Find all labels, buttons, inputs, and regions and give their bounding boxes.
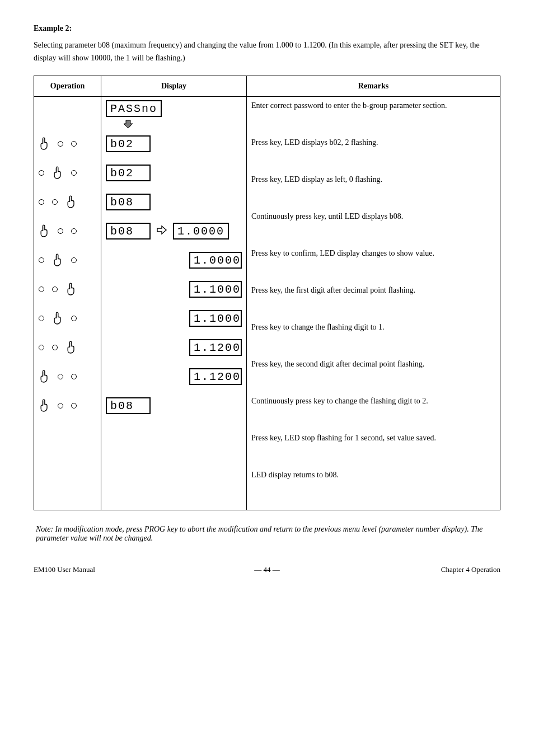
remark-text: Press key, LED stop flashing for 1 secon… xyxy=(251,433,495,462)
lcd-display: 1.0000 xyxy=(173,223,229,240)
lcd-display: b08 xyxy=(106,397,151,414)
press-hand-icon xyxy=(39,137,50,151)
key-dot xyxy=(39,257,44,263)
key-dot xyxy=(39,287,44,292)
press-hand-icon xyxy=(39,370,50,383)
operation-keys xyxy=(39,398,77,414)
footer-right: Chapter 4 Operation xyxy=(323,565,500,574)
key-dot xyxy=(71,228,77,234)
cell-operation xyxy=(34,97,101,510)
lcd-display: b08 xyxy=(106,223,151,240)
remark-text: Continuously press key, until LED displa… xyxy=(251,211,495,240)
remark-text: LED display returns to b08. xyxy=(251,469,495,499)
operation-keys xyxy=(39,252,77,268)
lcd-display: 1.1200 xyxy=(189,339,242,356)
key-dot xyxy=(39,199,44,205)
remark-text: Press key, the second digit after decima… xyxy=(251,359,495,388)
operation-keys xyxy=(39,311,77,326)
key-dot xyxy=(52,287,58,292)
arrow-right-icon xyxy=(156,225,167,237)
page-footer: EM100 User Manual — 44 — Chapter 4 Opera… xyxy=(34,565,500,574)
operation-keys xyxy=(39,340,77,355)
remark-text: Press key to confirm, LED display change… xyxy=(251,248,495,277)
arrow-down-icon xyxy=(123,119,242,129)
lcd-display: b08 xyxy=(106,194,151,210)
example-text: Selecting parameter b08 (maximum frequen… xyxy=(34,39,500,64)
remark-text: Press key to change the flashing digit t… xyxy=(251,322,495,351)
col-header-remarks: Remarks xyxy=(247,76,500,97)
press-hand-icon xyxy=(65,283,77,296)
example-lead: Example 2: Selecting parameter b08 (maxi… xyxy=(34,22,500,64)
remark-text: Continuously press key to change the fla… xyxy=(251,396,495,425)
footer-page-number: — 44 — xyxy=(221,565,314,574)
lcd-display: b02 xyxy=(106,165,151,181)
remark-text: Press key, the first digit after decimal… xyxy=(251,285,495,314)
lcd-display: 1.1200 xyxy=(189,368,242,385)
key-dot xyxy=(58,141,63,147)
press-hand-icon xyxy=(65,195,77,209)
cell-remarks: Enter correct password to enter the b-gr… xyxy=(247,97,500,510)
press-hand-icon xyxy=(39,399,50,412)
lcd-display: 1.1000 xyxy=(189,281,242,298)
table-row: PASSnob02b02b08b081.00001.00001.10001.10… xyxy=(34,97,500,510)
press-hand-icon xyxy=(52,253,63,267)
remark-text: Press key, LED displays b02, 2 flashing. xyxy=(251,137,495,166)
operation-keys xyxy=(39,165,77,181)
press-hand-icon xyxy=(65,341,77,354)
key-dot xyxy=(39,316,44,321)
operation-keys xyxy=(39,223,77,239)
lcd-display: b02 xyxy=(106,135,151,152)
example-title: Example 2: xyxy=(34,22,500,35)
col-header-operation: Operation xyxy=(34,76,101,97)
operation-keys xyxy=(39,194,77,210)
procedure-table: Operation Display Remarks PASSnob02b02b0… xyxy=(34,76,500,510)
key-dot xyxy=(71,374,77,379)
footnote: Note: In modification mode, press PROG k… xyxy=(34,525,500,543)
lcd-display: 1.0000 xyxy=(189,252,242,269)
key-dot xyxy=(71,316,77,321)
key-dot xyxy=(58,228,63,234)
remark-text: Enter correct password to enter the b-gr… xyxy=(251,100,495,129)
key-dot xyxy=(58,374,63,379)
key-dot xyxy=(52,345,58,350)
operation-keys xyxy=(39,281,77,297)
press-hand-icon xyxy=(39,224,50,238)
lcd-display: PASSno xyxy=(106,100,162,117)
key-dot xyxy=(52,199,58,205)
key-dot xyxy=(71,141,77,147)
lcd-display: 1.1000 xyxy=(189,310,242,327)
press-hand-icon xyxy=(52,312,63,325)
remark-text: Press key, LED display as left, 0 flashi… xyxy=(251,174,495,203)
col-header-display: Display xyxy=(101,76,247,97)
operation-keys xyxy=(39,136,77,152)
operation-keys xyxy=(39,369,77,384)
cell-display: PASSnob02b02b08b081.00001.00001.10001.10… xyxy=(101,97,247,510)
table-header-row: Operation Display Remarks xyxy=(34,76,500,97)
footer-left: EM100 User Manual xyxy=(34,565,211,574)
key-dot xyxy=(71,257,77,263)
key-dot xyxy=(71,403,77,408)
key-dot xyxy=(58,403,63,408)
key-dot xyxy=(39,170,44,176)
press-hand-icon xyxy=(52,166,63,180)
key-dot xyxy=(39,345,44,350)
key-dot xyxy=(71,170,77,176)
